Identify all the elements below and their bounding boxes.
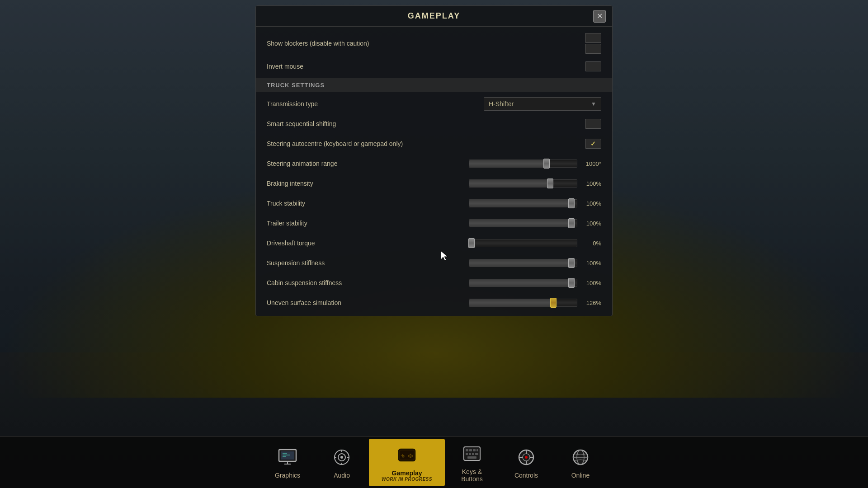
trailer-stability-thumb[interactable] [568, 218, 575, 228]
svg-point-21 [410, 456, 411, 458]
uneven-surface-control: 126% [469, 299, 601, 307]
setting-driveshaft-torque: Driveshaft torque 0% [256, 233, 612, 253]
setting-transmission-type: Transmission type H-Shifter ▼ [256, 94, 612, 114]
nav-graphics-label: Graphics [275, 472, 300, 479]
show-blockers-toggle2[interactable] [585, 44, 601, 54]
uneven-surface-thumb[interactable] [550, 298, 557, 308]
trailer-stability-slider[interactable] [469, 219, 577, 227]
truck-stability-label: Truck stability [267, 200, 469, 207]
nav-audio-label: Audio [334, 472, 350, 479]
nav-online-label: Online [571, 472, 590, 479]
braking-intensity-fill [469, 180, 550, 187]
steering-animation-value: 1000° [581, 160, 601, 167]
steering-animation-thumb[interactable] [543, 159, 550, 169]
smart-sequential-label: Smart sequential shifting [267, 120, 585, 127]
suspension-stiffness-control: 100% [469, 259, 601, 267]
cabin-suspension-slider[interactable] [469, 279, 577, 287]
setting-uneven-surface: Uneven surface simulation 126% [256, 293, 612, 313]
setting-cabin-suspension: Cabin suspension stiffness 100% [256, 273, 612, 293]
dialog-header: GAMEPLAY ✕ [256, 6, 612, 27]
nav-item-audio[interactable]: Audio [315, 441, 369, 483]
driveshaft-torque-value: 0% [581, 240, 601, 247]
dialog-content[interactable]: Show blockers (disable with caution) Inv… [256, 27, 612, 316]
suspension-stiffness-value: 100% [581, 260, 601, 267]
steering-autocentre-toggle[interactable] [585, 139, 601, 149]
transmission-type-control: H-Shifter ▼ [484, 97, 601, 111]
svg-rect-26 [473, 449, 476, 451]
nav-gameplay-label: Gameplay [392, 469, 422, 477]
setting-trailer-stability: Trailer stability 100% [256, 213, 612, 233]
nav-keys-label2: Buttons [461, 475, 482, 483]
show-blockers-label: Show blockers (disable with caution) [267, 40, 585, 47]
truck-stability-slider[interactable] [469, 199, 577, 207]
steering-autocentre-control [585, 139, 601, 149]
transmission-dropdown-arrow: ▼ [591, 101, 596, 107]
transmission-type-dropdown[interactable]: H-Shifter ▼ [484, 97, 601, 111]
suspension-stiffness-fill [469, 259, 571, 267]
cabin-suspension-value: 100% [581, 280, 601, 286]
svg-point-9 [340, 456, 343, 459]
smart-sequential-toggle[interactable] [585, 119, 601, 129]
online-icon [569, 446, 592, 469]
bottom-nav: Graphics Audio [0, 436, 868, 488]
uneven-surface-label: Uneven surface simulation [267, 299, 469, 306]
setting-steering-autocentre: Steering autocentre (keyboard or gamepad… [256, 134, 612, 154]
trailer-stability-label: Trailer stability [267, 220, 469, 227]
nav-controls-label: Controls [514, 472, 538, 479]
driveshaft-torque-slider[interactable] [469, 239, 577, 247]
truck-stability-fill [469, 200, 571, 207]
nav-item-graphics[interactable]: Graphics [260, 441, 315, 483]
nav-item-controls[interactable]: Controls [499, 441, 553, 483]
driveshaft-torque-thumb[interactable] [468, 238, 475, 248]
svg-point-20 [411, 455, 413, 457]
svg-rect-27 [476, 449, 478, 451]
steering-animation-label: Steering animation range [267, 160, 469, 167]
driveshaft-torque-control: 0% [469, 239, 601, 247]
driveshaft-torque-label: Driveshaft torque [267, 239, 469, 247]
svg-rect-31 [475, 453, 478, 455]
truck-stability-thumb[interactable] [568, 198, 575, 208]
braking-intensity-slider[interactable] [469, 179, 577, 188]
monitor-icon [276, 446, 299, 469]
braking-intensity-thumb[interactable] [547, 178, 553, 188]
nav-item-keys[interactable]: Keys & Buttons [445, 437, 499, 487]
controls-icon [514, 446, 538, 469]
keys-icon [460, 442, 484, 465]
svg-rect-3 [281, 451, 294, 460]
uneven-surface-slider[interactable] [469, 299, 577, 307]
svg-rect-24 [466, 449, 468, 451]
setting-braking-intensity: Braking intensity 100% [256, 174, 612, 193]
setting-suspension-stiffness: Suspension stiffness 100% [256, 253, 612, 273]
invert-mouse-control [585, 61, 601, 71]
cabin-suspension-thumb[interactable] [568, 278, 575, 288]
svg-point-35 [525, 456, 528, 459]
smart-sequential-control [585, 119, 601, 129]
truck-stability-control: 100% [469, 199, 601, 207]
steering-animation-slider[interactable] [469, 160, 577, 168]
uneven-surface-value: 126% [581, 300, 601, 306]
setting-show-blockers: Show blockers (disable with caution) [256, 30, 612, 56]
svg-point-22 [408, 455, 410, 457]
cabin-suspension-control: 100% [469, 279, 601, 287]
truck-settings-section: TRUCK SETTINGS [256, 78, 612, 92]
nav-item-online[interactable]: Online [553, 441, 608, 483]
svg-rect-32 [467, 456, 476, 459]
invert-mouse-toggle[interactable] [585, 61, 601, 71]
suspension-stiffness-thumb[interactable] [568, 258, 575, 268]
nav-item-gameplay[interactable]: Gameplay WORK IN PROGRESS [369, 439, 445, 486]
cabin-suspension-label: Cabin suspension stiffness [267, 279, 469, 286]
suspension-stiffness-slider[interactable] [469, 259, 577, 267]
show-blockers-toggle1[interactable] [585, 33, 601, 43]
uneven-surface-fill [469, 299, 553, 306]
gameplay-icon [395, 443, 419, 467]
show-blockers-toggles [585, 33, 601, 54]
steering-animation-control: 1000° [469, 160, 601, 168]
svg-point-19 [410, 454, 411, 455]
steering-animation-fill [469, 160, 547, 167]
setting-smart-sequential: Smart sequential shifting [256, 114, 612, 134]
audio-icon [330, 446, 354, 469]
trailer-stability-fill [469, 220, 571, 227]
nav-keys-label: Keys & [462, 468, 482, 475]
setting-truck-stability: Truck stability 100% [256, 193, 612, 213]
close-button[interactable]: ✕ [593, 10, 606, 23]
